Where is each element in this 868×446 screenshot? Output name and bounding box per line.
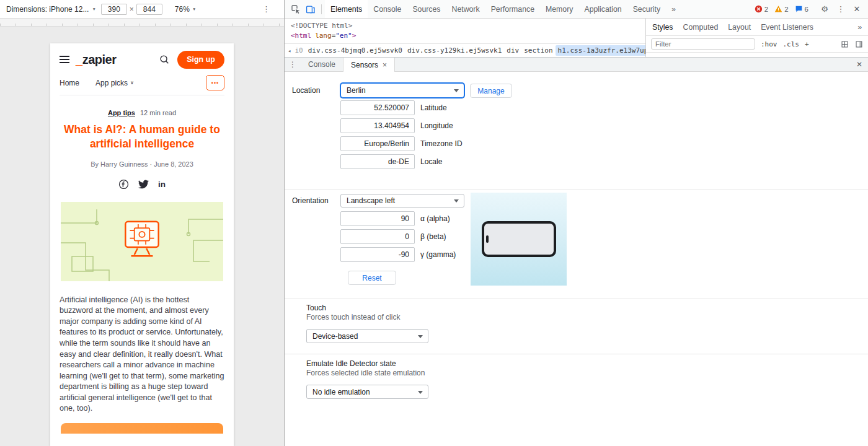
tab-layout[interactable]: Layout xyxy=(728,23,751,32)
breadcrumb-item[interactable]: div.css-y129ki.ej5wsvk1 xyxy=(405,45,504,56)
settings-gear-icon[interactable]: ⚙ xyxy=(817,4,832,14)
issues-icon xyxy=(795,5,803,13)
device-width-input[interactable] xyxy=(101,4,127,15)
new-style-rule-button[interactable]: + xyxy=(805,40,809,48)
idle-select[interactable]: No idle emulation xyxy=(306,385,428,399)
section-divider xyxy=(285,299,868,299)
close-devtools-icon[interactable]: ✕ xyxy=(849,4,864,14)
device-height-input[interactable] xyxy=(136,4,162,15)
device-zoom-value: 76% xyxy=(175,5,190,14)
error-count-badge[interactable]: 2 xyxy=(755,5,768,13)
beta-label: β (beta) xyxy=(420,229,446,244)
issues-count: 6 xyxy=(805,6,808,13)
alpha-label: α (alpha) xyxy=(420,211,450,226)
device-zoom-select[interactable]: 76% ▼ xyxy=(175,5,196,14)
breadcrumb-item-selected[interactable]: h1.css-1a3uzfr.e13w7up6 xyxy=(556,45,645,56)
devtools-menu-icon[interactable]: ⋮ xyxy=(833,4,848,14)
nav-app-picks[interactable]: App picks ∨ xyxy=(95,79,134,87)
inspect-element-icon[interactable] xyxy=(288,1,303,17)
cta-banner-top[interactable] xyxy=(61,423,223,434)
tab-elements[interactable]: Elements xyxy=(325,0,368,18)
tab-application[interactable]: Application xyxy=(578,0,627,18)
linkedin-icon[interactable]: in xyxy=(158,179,166,190)
drawer-menu-icon[interactable]: ⋮ xyxy=(285,58,301,71)
twitter-icon[interactable] xyxy=(138,179,149,190)
dom-tree[interactable]: <!DOCTYPE html> <htmllang="en"> xyxy=(285,19,645,41)
tab-styles[interactable]: Styles xyxy=(652,23,673,32)
drawer-tab-sensors[interactable]: Sensors × xyxy=(343,58,395,72)
device-dimensions-select[interactable]: Dimensions: iPhone 12... ▼ xyxy=(6,5,96,14)
tab-memory[interactable]: Memory xyxy=(540,0,578,18)
computed-panel-icon[interactable] xyxy=(855,40,863,48)
devtools-controls: ⚙ ⋮ ✕ xyxy=(817,4,864,14)
device-toolbar-toggle-icon[interactable] xyxy=(303,1,318,17)
close-sensors-tab-icon[interactable]: × xyxy=(383,61,387,69)
toggle-element-state-button[interactable]: :hov xyxy=(761,40,777,48)
emulated-viewport: _zapier Sign up Home App picks ∨ ••• xyxy=(50,43,234,446)
timezone-input[interactable] xyxy=(340,136,415,151)
device-toolbar-menu-icon[interactable]: ⋮ xyxy=(262,4,270,14)
phone-illustration xyxy=(482,221,556,257)
select-caret-icon xyxy=(454,89,459,95)
more-tabs-icon[interactable]: » xyxy=(666,0,681,18)
breadcrumb: ◂ i0 div.css-4bjmq0.ej5wsvk0 div.css-y12… xyxy=(285,43,645,57)
gamma-input[interactable] xyxy=(340,247,415,262)
doctype-node[interactable]: <!DOCTYPE html> xyxy=(291,21,645,31)
breadcrumb-item[interactable]: section xyxy=(521,45,555,56)
devtools-tabs: Elements Console Sources Network Perform… xyxy=(325,0,681,18)
menu-icon[interactable] xyxy=(60,56,69,63)
styles-filter-input[interactable] xyxy=(651,38,755,50)
longitude-input[interactable] xyxy=(340,118,415,133)
tab-console[interactable]: Console xyxy=(368,0,407,18)
latitude-input[interactable] xyxy=(340,100,415,115)
device-canvas: _zapier Sign up Home App picks ∨ ••• xyxy=(0,27,284,446)
locale-input[interactable] xyxy=(340,154,415,169)
tab-network[interactable]: Network xyxy=(446,0,485,18)
issues-badge[interactable]: 6 xyxy=(795,5,808,13)
warning-count-badge[interactable]: 2 xyxy=(774,5,788,13)
device-dimensions-label: Dimensions: iPhone 12... xyxy=(6,5,89,14)
styles-sidebar: Styles Computed Layout Event Listeners »… xyxy=(645,19,868,57)
breadcrumb-item[interactable]: div xyxy=(504,45,521,56)
crumb-scroll-left-icon[interactable]: ◂ xyxy=(286,48,292,54)
elements-panel: <!DOCTYPE html> <htmllang="en"> ◂ i0 div… xyxy=(285,19,645,57)
tab-computed[interactable]: Computed xyxy=(683,23,719,32)
table-of-contents-button[interactable]: ••• xyxy=(206,75,224,90)
styles-filter-icons xyxy=(841,40,863,48)
status-badges: 2 2 6 xyxy=(755,5,808,13)
article-hero-illustration xyxy=(61,202,223,281)
tab-performance[interactable]: Performance xyxy=(485,0,540,18)
reset-button[interactable]: Reset xyxy=(348,271,396,285)
element-classes-button[interactable]: .cls xyxy=(783,40,800,48)
orientation-select[interactable]: Landscape left xyxy=(340,194,464,208)
read-time: 12 min read xyxy=(140,109,176,116)
manage-button[interactable]: Manage xyxy=(470,84,512,98)
drawer-tab-console[interactable]: Console xyxy=(301,58,343,71)
beta-input[interactable] xyxy=(340,229,415,244)
tab-event-listeners[interactable]: Event Listeners xyxy=(761,23,813,32)
devtools-pane: Elements Console Sources Network Perform… xyxy=(284,0,868,446)
grid-icon[interactable] xyxy=(841,40,849,48)
location-select[interactable]: Berlin xyxy=(340,83,464,98)
breadcrumb-item[interactable]: i0 xyxy=(292,45,305,56)
category-link[interactable]: App tips xyxy=(108,109,135,116)
nav-home[interactable]: Home xyxy=(60,79,79,87)
facebook-icon[interactable] xyxy=(118,179,129,190)
tab-security[interactable]: Security xyxy=(627,0,666,18)
close-drawer-icon[interactable]: ✕ xyxy=(851,58,868,71)
html-node[interactable]: <htmllang="en"> xyxy=(291,31,645,41)
zapier-logo-text: zapier xyxy=(82,53,117,66)
device-emulation-pane: Dimensions: iPhone 12... ▼ × 76% ▼ ⋮ _za… xyxy=(0,0,284,446)
zapier-logo[interactable]: _zapier xyxy=(76,53,116,67)
more-sidebar-tabs-icon[interactable]: » xyxy=(857,23,862,32)
touch-select[interactable]: Device-based xyxy=(306,329,428,343)
orientation-preview[interactable] xyxy=(471,193,567,286)
signup-button[interactable]: Sign up xyxy=(177,51,224,69)
search-icon[interactable] xyxy=(159,54,170,65)
breadcrumb-item[interactable]: div.css-4bjmq0.ej5wsvk0 xyxy=(306,45,405,56)
tab-sources[interactable]: Sources xyxy=(407,0,446,18)
social-share-row: in xyxy=(50,179,234,190)
alpha-input[interactable] xyxy=(340,211,415,226)
nav-app-picks-label: App picks xyxy=(95,79,128,87)
device-ruler xyxy=(0,19,284,27)
